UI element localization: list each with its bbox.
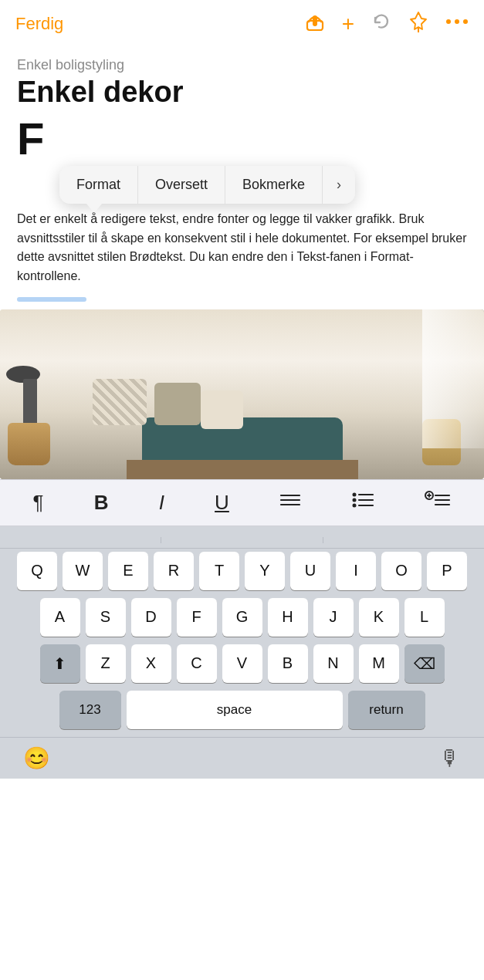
key-o[interactable]: O	[381, 552, 421, 590]
key-r[interactable]: R	[154, 552, 194, 590]
key-y[interactable]: Y	[245, 552, 285, 590]
format-toolbar: ¶ B I U	[0, 479, 484, 526]
key-i[interactable]: I	[336, 552, 376, 590]
key-e[interactable]: E	[108, 552, 148, 590]
undo-icon[interactable]	[371, 12, 391, 36]
key-space[interactable]: space	[127, 691, 343, 729]
indent-button[interactable]	[418, 489, 457, 516]
svg-point-11	[353, 498, 357, 502]
doc-image	[0, 309, 484, 479]
key-l[interactable]: L	[404, 598, 445, 637]
list-button[interactable]	[345, 489, 381, 516]
emoji-icon[interactable]: 😊	[23, 745, 50, 771]
context-menu-wrap: F Format Oversett Bokmerke ›	[17, 121, 467, 204]
key-w[interactable]: W	[63, 552, 103, 590]
scene-curtain	[422, 309, 484, 448]
doc-paragraph-row: F	[17, 121, 467, 161]
doc-title: Enkel dekor	[17, 76, 467, 109]
context-menu-bokmerke[interactable]: Bokmerke	[225, 166, 323, 204]
key-row-4: 123 space return	[3, 691, 481, 729]
key-t[interactable]: T	[199, 552, 239, 590]
paragraph-style-button[interactable]: ¶	[27, 489, 50, 516]
pin-icon[interactable]	[408, 11, 428, 37]
key-x[interactable]: X	[131, 644, 171, 683]
bold-button[interactable]: B	[88, 489, 115, 516]
doc-subtitle: Enkel boligstyling	[17, 57, 467, 73]
key-b[interactable]: B	[268, 644, 308, 683]
italic-button[interactable]: I	[153, 489, 171, 516]
more-icon[interactable]	[445, 14, 469, 34]
keyboard-rows: Q W E R T Y U I O P A S D F G H J K L ⬆ …	[0, 552, 484, 729]
add-icon[interactable]: +	[342, 12, 354, 36]
scene-basket-left	[8, 423, 50, 465]
scene-table	[127, 460, 358, 479]
svg-point-4	[455, 19, 459, 24]
suggestion-3[interactable]	[323, 537, 484, 543]
keyboard: Q W E R T Y U I O P A S D F G H J K L ⬆ …	[0, 526, 484, 779]
svg-point-13	[353, 503, 357, 507]
scene-pillow1	[93, 379, 147, 425]
suggestion-2[interactable]	[161, 537, 323, 543]
key-f[interactable]: F	[177, 598, 217, 637]
key-return[interactable]: return	[348, 691, 425, 729]
highlight-bar	[17, 297, 86, 302]
context-menu: Format Oversett Bokmerke ›	[59, 166, 355, 204]
key-s[interactable]: S	[86, 598, 126, 637]
svg-point-3	[446, 19, 451, 24]
key-d[interactable]: D	[131, 598, 171, 637]
key-row-3: ⬆ Z X C V B N M ⌫	[3, 644, 481, 683]
scene-pillow2	[154, 383, 201, 425]
document-content: Enkel boligstyling Enkel dekor F Format …	[0, 45, 484, 309]
key-row-2: A S D F G H J K L	[3, 598, 481, 637]
key-j[interactable]: J	[313, 598, 354, 637]
underline-button[interactable]: U	[208, 489, 235, 516]
key-p[interactable]: P	[427, 552, 467, 590]
key-h[interactable]: H	[268, 598, 308, 637]
doc-large-letter: F	[17, 117, 44, 161]
done-button[interactable]: Ferdig	[15, 14, 63, 34]
share-icon[interactable]	[305, 11, 325, 37]
key-a[interactable]: A	[40, 598, 80, 637]
keyboard-suggestion-row	[0, 532, 484, 549]
suggestion-1[interactable]	[0, 537, 161, 543]
context-menu-more-arrow[interactable]: ›	[323, 166, 355, 204]
key-k[interactable]: K	[359, 598, 399, 637]
key-backspace[interactable]: ⌫	[404, 644, 445, 683]
svg-point-9	[353, 492, 357, 496]
key-z[interactable]: Z	[86, 644, 126, 683]
top-bar-icons: +	[305, 11, 469, 37]
key-u[interactable]: U	[290, 552, 330, 590]
scene-pillow3	[201, 390, 243, 429]
scene	[0, 309, 484, 479]
top-bar: Ferdig +	[0, 0, 484, 45]
svg-point-5	[463, 19, 468, 24]
key-123[interactable]: 123	[59, 691, 121, 729]
key-q[interactable]: Q	[17, 552, 57, 590]
key-m[interactable]: M	[359, 644, 399, 683]
key-shift[interactable]: ⬆	[40, 644, 80, 683]
context-menu-oversett[interactable]: Oversett	[138, 166, 225, 204]
doc-paragraph: Det er enkelt å redigere tekst, endre fo…	[17, 210, 467, 286]
key-v[interactable]: V	[222, 644, 262, 683]
mic-icon[interactable]: 🎙	[439, 745, 461, 771]
key-n[interactable]: N	[313, 644, 354, 683]
bottom-bar: 😊 🎙	[0, 737, 484, 779]
key-g[interactable]: G	[222, 598, 262, 637]
align-button[interactable]	[273, 489, 307, 516]
key-c[interactable]: C	[177, 644, 217, 683]
context-menu-format[interactable]: Format	[59, 166, 138, 204]
key-row-1: Q W E R T Y U I O P	[3, 552, 481, 590]
